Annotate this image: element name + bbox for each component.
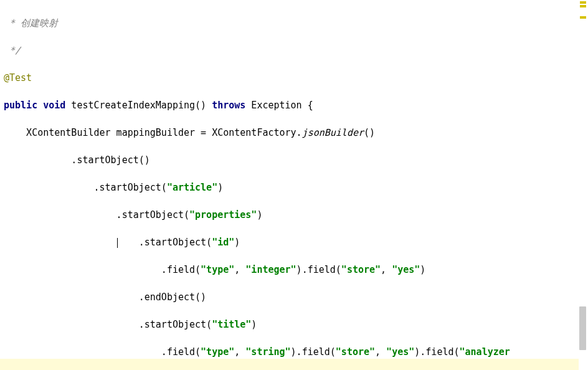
marker-bar [579, 0, 587, 370]
code-line: .startObject() [1, 153, 588, 167]
annotation-line: @Test [1, 71, 588, 85]
comment-line: * 创建映射 [1, 16, 588, 30]
warning-marker[interactable] [580, 1, 586, 4]
code-line: .startObject("article") [1, 181, 588, 194]
code-line: .startObject("title") [1, 318, 588, 331]
comment-line: */ [1, 44, 588, 57]
code-line: XContentBuilder mappingBuilder = XConten… [1, 126, 588, 140]
code-line: .startObject( .startObject("id") [1, 235, 588, 249]
code-editor[interactable]: * 创建映射 */ @Test public void testCreateIn… [0, 0, 588, 370]
code-line: .endObject() [1, 290, 588, 304]
scrollbar-thumb[interactable] [579, 306, 586, 350]
warning-marker[interactable] [580, 16, 586, 19]
warning-marker[interactable] [580, 5, 586, 7]
code-line: .field("type", "string").field("store", … [1, 345, 588, 359]
text-cursor [117, 238, 118, 248]
method-signature: public void testCreateIndexMapping() thr… [1, 98, 588, 112]
code-line: .startObject("properties") [1, 208, 588, 222]
code-line: .field("type", "integer").field("store",… [1, 263, 588, 277]
